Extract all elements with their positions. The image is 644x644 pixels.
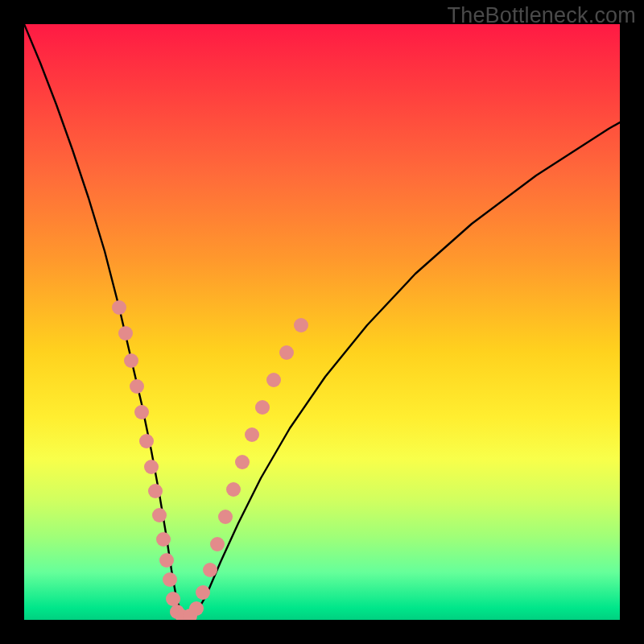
chart-svg: [24, 24, 620, 620]
highlight-dot: [124, 353, 138, 368]
highlight-dot: [112, 300, 126, 315]
highlight-dot: [203, 563, 217, 577]
bottleneck-curve: [24, 24, 620, 617]
highlight-dot: [196, 585, 210, 600]
chart-plot-area: [24, 24, 620, 620]
highlight-dots-group: [112, 300, 308, 620]
watermark-text: TheBottleneck.com: [447, 3, 636, 28]
highlight-dot: [210, 537, 225, 551]
highlight-dot: [294, 318, 308, 332]
highlight-dot: [130, 379, 144, 394]
highlight-dot: [166, 592, 180, 606]
highlight-dot: [255, 400, 270, 415]
highlight-dot: [148, 484, 163, 498]
highlight-dot: [218, 510, 233, 524]
highlight-dot: [139, 434, 154, 448]
highlight-dot: [279, 345, 294, 360]
highlight-dot: [159, 553, 174, 568]
highlight-dot: [189, 601, 204, 616]
chart-frame: TheBottleneck.com: [0, 0, 644, 644]
highlight-dot: [134, 405, 149, 419]
highlight-dot: [118, 326, 133, 341]
highlight-dot: [235, 455, 250, 469]
highlight-dot: [226, 482, 241, 497]
highlight-dot: [152, 508, 167, 522]
highlight-dot: [156, 532, 171, 547]
highlight-dot: [266, 373, 281, 387]
highlight-dot: [245, 427, 259, 442]
highlight-dot: [144, 460, 159, 474]
highlight-dot: [163, 572, 177, 587]
